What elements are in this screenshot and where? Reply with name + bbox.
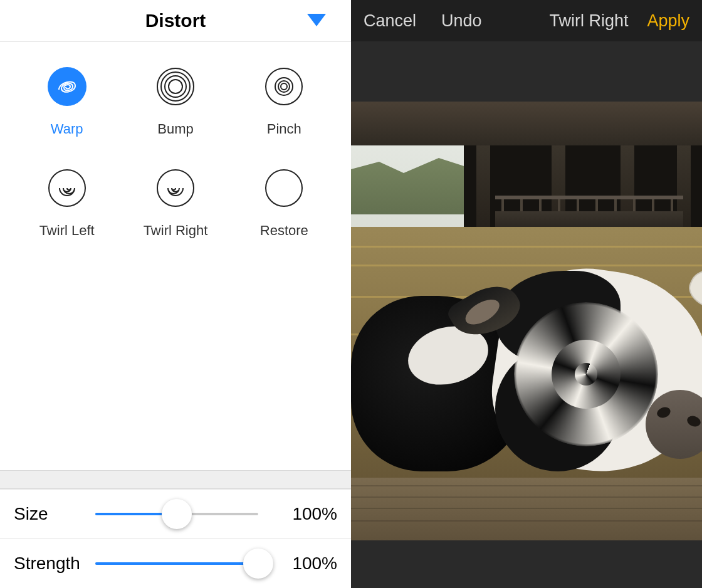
tool-label: Twirl Right <box>144 223 208 239</box>
svg-point-6 <box>266 68 302 105</box>
preview-panel: Cancel Undo Twirl Right Apply <box>351 0 702 588</box>
panel-header: Distort <box>0 0 351 42</box>
svg-marker-0 <box>307 14 326 26</box>
svg-point-5 <box>169 80 182 93</box>
svg-point-2 <box>157 68 194 105</box>
tool-label: Bump <box>157 121 193 137</box>
strength-slider[interactable] <box>95 551 271 576</box>
size-slider[interactable] <box>95 501 271 527</box>
svg-point-12 <box>266 170 302 206</box>
preview-toolbar: Cancel Undo Twirl Right Apply <box>351 0 702 41</box>
distort-panel: Distort Warp <box>0 0 351 588</box>
cancel-button[interactable]: Cancel <box>364 11 416 31</box>
tool-restore[interactable]: Restore <box>230 169 338 239</box>
tool-warp[interactable]: Warp <box>13 67 121 137</box>
tool-grid: Warp Bump <box>0 42 351 239</box>
warp-icon <box>48 67 86 106</box>
svg-point-8 <box>278 81 290 92</box>
size-slider-row: Size 100% <box>0 489 351 538</box>
restore-icon <box>265 169 303 207</box>
goat-photo <box>351 102 702 540</box>
tool-twirl-left[interactable]: Twirl Left <box>13 169 121 239</box>
tool-label: Twirl Left <box>39 223 95 239</box>
sliders-panel: Size 100% Strength 100% <box>0 470 351 588</box>
bump-icon <box>156 67 195 106</box>
pinch-icon <box>265 67 303 106</box>
dropdown-icon[interactable] <box>307 14 326 30</box>
twirl-left-icon <box>48 169 86 207</box>
twirl-effect-overlay <box>514 302 658 446</box>
tool-pinch[interactable]: Pinch <box>230 67 338 137</box>
strength-value: 100% <box>281 554 337 574</box>
sliders-header-strip <box>0 471 351 489</box>
tool-label: Restore <box>260 223 308 239</box>
strength-label: Strength <box>14 554 95 574</box>
current-mode-label: Twirl Right <box>549 11 628 31</box>
tool-twirl-right[interactable]: Twirl Right <box>121 169 229 239</box>
tool-bump[interactable]: Bump <box>121 67 229 137</box>
image-canvas[interactable] <box>351 41 702 588</box>
undo-button[interactable]: Undo <box>441 11 482 31</box>
svg-point-1 <box>48 67 86 106</box>
size-value: 100% <box>281 504 337 524</box>
svg-point-9 <box>281 83 287 90</box>
strength-slider-row: Strength 100% <box>0 538 351 588</box>
size-label: Size <box>14 504 95 524</box>
twirl-right-icon <box>156 169 195 207</box>
tool-label: Warp <box>51 121 83 137</box>
apply-button[interactable]: Apply <box>647 11 689 31</box>
tool-label: Pinch <box>267 121 301 137</box>
panel-title: Distort <box>145 10 206 31</box>
